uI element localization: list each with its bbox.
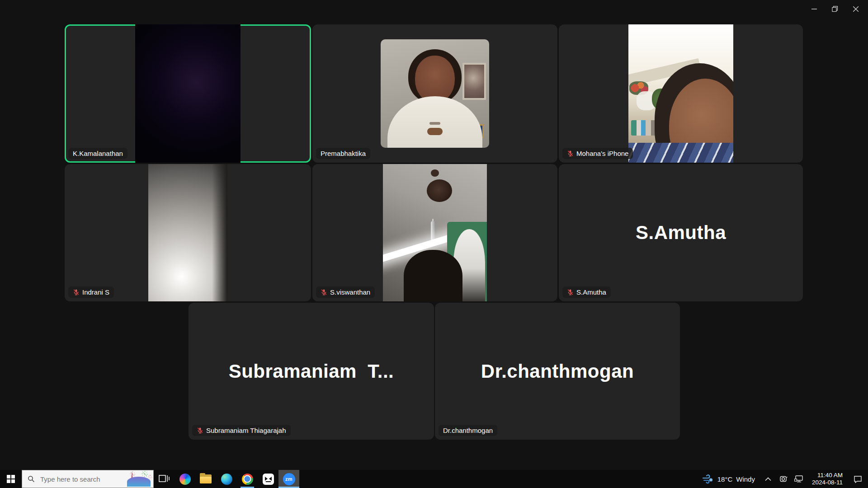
minimize-button[interactable] — [804, 1, 825, 17]
close-icon — [853, 6, 859, 12]
search-highlight-art[interactable] — [123, 470, 153, 488]
task-view-button[interactable] — [154, 470, 175, 488]
zoom-icon: zm — [283, 473, 295, 485]
windy-weather-icon — [702, 474, 714, 484]
fan-mount-decor — [431, 169, 439, 177]
muted-mic-icon — [567, 150, 574, 157]
person-face — [415, 56, 455, 103]
notification-icon — [854, 475, 862, 483]
video-feed — [383, 164, 487, 301]
participant-tile-kamalanathan[interactable]: K.Kamalanathan — [65, 24, 311, 163]
person-clothing — [628, 143, 733, 163]
participant-name-pill: K.Kamalanathan — [68, 148, 127, 159]
weather-temperature: 18°C — [717, 475, 733, 483]
file-explorer-icon — [200, 474, 212, 483]
participant-tile-subramaniam[interactable]: Subramaniam T... Subramaniam Thiagarajah — [189, 303, 434, 440]
participant-name-label: Dr.chanthmogan — [443, 427, 493, 434]
fireworks-decor — [142, 471, 148, 477]
ethernet-network-icon — [794, 475, 803, 483]
chrome-button[interactable] — [237, 470, 258, 488]
chrome-icon — [242, 474, 253, 485]
taskbar-search[interactable] — [22, 470, 154, 488]
participant-name-pill: S.Amutha — [562, 286, 611, 298]
video-feed — [148, 164, 227, 301]
chevron-up-icon — [765, 477, 771, 481]
participant-tile-viswanthan[interactable]: S.viswanthan — [312, 164, 557, 301]
zoom-icon-text: zm — [285, 476, 292, 482]
system-tray: 18°C Windy 11:40 AM 2024 — [698, 470, 868, 488]
copilot-button[interactable] — [175, 470, 195, 488]
participant-name-pill: S.viswanthan — [316, 286, 375, 298]
participant-tile-premabhaktika[interactable]: Premabhaktika — [312, 24, 557, 163]
clock-time: 11:40 AM — [812, 472, 843, 479]
stadium-decor — [127, 477, 151, 487]
taskbar: zm 18°C Windy — [0, 470, 868, 488]
hanging-spring-decor — [431, 221, 435, 241]
camera-icon — [779, 475, 788, 483]
poster-art — [464, 65, 484, 98]
participant-display-name: Subramaniam T... — [189, 303, 434, 440]
participant-name-label: S.Amutha — [576, 288, 606, 296]
windows-logo-icon — [7, 475, 15, 483]
window-controls — [804, 1, 866, 17]
edge-button[interactable] — [216, 470, 237, 488]
participant-name-label: Mohana's iPhone — [576, 150, 628, 157]
video-feed — [135, 24, 241, 163]
participant-name-pill: Mohana's iPhone — [562, 148, 633, 159]
video-feed — [628, 24, 733, 163]
weather-condition: Windy — [736, 475, 755, 483]
capcut-button[interactable] — [258, 470, 278, 488]
action-center-button[interactable] — [849, 470, 866, 488]
close-button[interactable] — [845, 1, 866, 17]
participant-name-pill: Indrani S — [68, 286, 114, 298]
muted-mic-icon — [321, 289, 327, 296]
participant-tile-chanthmogan[interactable]: Dr.chanthmogan Dr.chanthmogan — [435, 303, 680, 440]
taskbar-clock[interactable]: 11:40 AM 2024-08-11 — [807, 472, 847, 486]
person-silhouette — [404, 250, 462, 301]
ceiling-fan-decor — [427, 179, 452, 202]
participant-tile-amutha[interactable]: S.Amutha S.Amutha — [559, 164, 803, 301]
necklace-pendant — [427, 128, 443, 135]
muted-mic-icon — [73, 289, 80, 296]
search-input[interactable] — [39, 475, 113, 483]
network-button[interactable] — [792, 470, 806, 488]
task-view-icon — [159, 474, 170, 483]
participant-tile-mohana[interactable]: Mohana's iPhone — [559, 24, 803, 163]
shadow-decor — [212, 164, 227, 301]
muted-mic-icon — [567, 289, 574, 296]
participant-name-pill: Dr.chanthmogan — [439, 425, 497, 436]
zoom-button[interactable]: zm — [278, 470, 299, 488]
weather-widget[interactable]: 18°C Windy — [698, 474, 760, 484]
hidden-icons-button[interactable] — [761, 470, 775, 488]
capcut-icon — [263, 474, 274, 485]
video-feed — [381, 39, 489, 148]
participant-name-label: K.Kamalanathan — [73, 150, 123, 157]
restore-icon — [832, 6, 838, 12]
person-torso — [387, 96, 482, 148]
restore-button[interactable] — [825, 1, 845, 17]
muted-mic-icon — [197, 427, 203, 434]
start-button[interactable] — [0, 470, 22, 488]
search-icon — [28, 475, 35, 483]
participant-name-label: Indrani S — [82, 288, 109, 296]
poster-decor — [462, 63, 486, 100]
clock-date: 2024-08-11 — [812, 479, 843, 486]
copilot-icon — [179, 474, 191, 485]
camera-in-use-button[interactable] — [777, 470, 790, 488]
file-explorer-button[interactable] — [195, 470, 216, 488]
minimize-icon — [811, 6, 817, 12]
participant-name-label: Premabhaktika — [321, 150, 366, 157]
participant-name-pill: Premabhaktika — [316, 148, 370, 159]
participant-name-pill: Subramaniam Thiagarajah — [192, 425, 291, 436]
participant-name-label: Subramaniam Thiagarajah — [206, 427, 286, 434]
participant-display-name: Dr.chanthmogan — [435, 303, 680, 440]
participant-tile-indrani[interactable]: Indrani S — [65, 164, 311, 301]
edge-icon — [221, 474, 232, 485]
participant-name-label: S.viswanthan — [330, 288, 370, 296]
participant-display-name: S.Amutha — [559, 164, 803, 301]
